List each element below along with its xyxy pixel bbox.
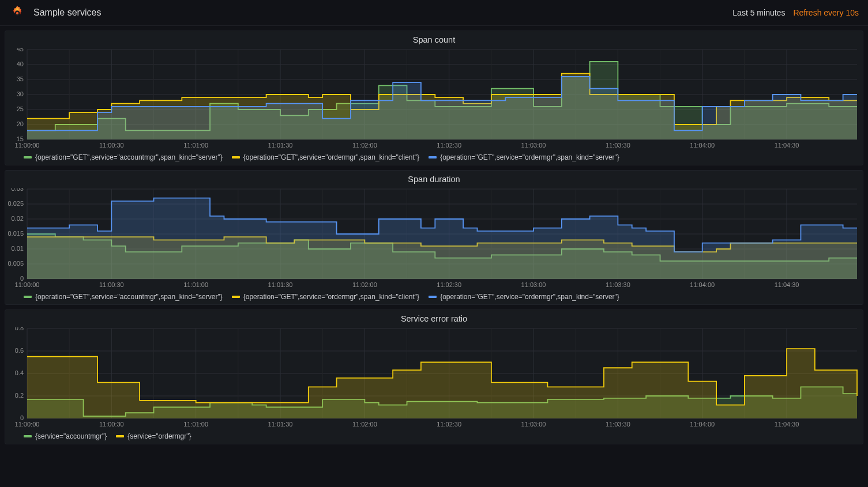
y-tick-label: 0.02 bbox=[12, 215, 24, 222]
refresh-interval-picker[interactable]: Refresh every 10s bbox=[793, 8, 859, 17]
x-tick-label: 11:04:30 bbox=[775, 281, 799, 288]
x-tick-label: 11:03:00 bbox=[521, 142, 546, 149]
panel-span-count: Span count1520253035404511:00:0011:00:30… bbox=[5, 31, 863, 165]
legend-swatch-icon bbox=[429, 156, 437, 158]
x-tick-label: 11:03:30 bbox=[606, 281, 630, 288]
legend-item[interactable]: {operation="GET",service="ordermgr",span… bbox=[232, 153, 419, 161]
x-tick-label: 11:04:00 bbox=[690, 421, 715, 428]
y-tick-label: 0.01 bbox=[12, 245, 24, 252]
x-tick-label: 11:04:00 bbox=[690, 142, 715, 149]
svg-point-1 bbox=[16, 12, 18, 14]
y-tick-label: 0.03 bbox=[12, 188, 24, 192]
x-tick-label: 11:01:00 bbox=[183, 421, 208, 428]
panel-title[interactable]: Span count bbox=[5, 31, 863, 48]
legend-swatch-icon bbox=[116, 435, 124, 437]
x-tick-label: 11:01:00 bbox=[183, 281, 208, 288]
y-tick-label: 0.025 bbox=[7, 200, 24, 207]
legend-item[interactable]: {operation="GET",service="ordermgr",span… bbox=[429, 153, 619, 161]
y-tick-label: 35 bbox=[17, 75, 24, 82]
x-tick-label: 11:01:30 bbox=[268, 421, 293, 428]
x-tick-label: 11:03:30 bbox=[606, 142, 630, 149]
y-tick-label: 30 bbox=[17, 90, 24, 97]
legend-item[interactable]: {service="ordermgr"} bbox=[116, 432, 191, 440]
chart-plot[interactable]: 00.0050.010.0150.020.0250.0311:00:0011:0… bbox=[5, 188, 863, 290]
x-tick-label: 11:00:00 bbox=[15, 142, 40, 149]
y-tick-label: 45 bbox=[17, 48, 24, 52]
chart-legend: {service="accountmgr"}{service="ordermgr… bbox=[5, 430, 863, 444]
x-tick-label: 11:03:00 bbox=[521, 281, 546, 288]
x-tick-label: 11:03:30 bbox=[606, 421, 630, 428]
legend-item[interactable]: {service="accountmgr"} bbox=[24, 432, 107, 440]
x-tick-label: 11:04:00 bbox=[690, 281, 715, 288]
legend-label: {operation="GET",service="ordermgr",span… bbox=[440, 153, 619, 161]
y-tick-label: 25 bbox=[17, 105, 24, 112]
x-tick-label: 11:00:30 bbox=[99, 281, 124, 288]
chart-plot[interactable]: 1520253035404511:00:0011:00:3011:01:0011… bbox=[5, 48, 863, 151]
panel-title[interactable]: Service error ratio bbox=[5, 310, 863, 327]
x-tick-label: 11:00:30 bbox=[99, 142, 124, 149]
x-tick-label: 11:02:30 bbox=[437, 421, 461, 428]
legend-label: {service="accountmgr"} bbox=[35, 432, 107, 440]
y-tick-label: 0.2 bbox=[15, 392, 24, 399]
dashboard-grid: Span count1520253035404511:00:0011:00:30… bbox=[0, 26, 868, 449]
y-tick-label: 0.005 bbox=[7, 260, 24, 267]
x-tick-label: 11:02:30 bbox=[437, 142, 461, 149]
x-tick-label: 11:02:00 bbox=[352, 281, 377, 288]
chart-legend: {operation="GET",service="accountmgr",sp… bbox=[5, 151, 863, 165]
panel-error-ratio: Service error ratio00.20.40.60.811:00:00… bbox=[5, 309, 863, 444]
legend-item[interactable]: {operation="GET",service="accountmgr",sp… bbox=[24, 153, 223, 161]
x-tick-label: 11:00:00 bbox=[15, 421, 40, 428]
legend-item[interactable]: {operation="GET",service="ordermgr",span… bbox=[232, 293, 419, 301]
legend-swatch-icon bbox=[24, 156, 32, 158]
legend-swatch-icon bbox=[232, 156, 240, 158]
y-tick-label: 0.6 bbox=[15, 347, 24, 354]
legend-swatch-icon bbox=[232, 296, 240, 298]
panel-title[interactable]: Span duration bbox=[5, 171, 863, 188]
x-tick-label: 11:02:00 bbox=[352, 421, 377, 428]
legend-item[interactable]: {operation="GET",service="accountmgr",sp… bbox=[24, 293, 223, 301]
panel-span-duration: Span duration00.0050.010.0150.020.0250.0… bbox=[5, 170, 863, 305]
legend-label: {operation="GET",service="ordermgr",span… bbox=[243, 153, 419, 161]
x-tick-label: 11:04:30 bbox=[775, 142, 799, 149]
y-tick-label: 20 bbox=[17, 120, 24, 127]
chart-legend: {operation="GET",service="accountmgr",sp… bbox=[5, 290, 863, 304]
x-tick-label: 11:01:00 bbox=[183, 142, 208, 149]
grafana-logo-icon[interactable] bbox=[9, 5, 25, 21]
legend-swatch-icon bbox=[429, 296, 437, 298]
legend-label: {operation="GET",service="accountmgr",sp… bbox=[35, 153, 223, 161]
x-tick-label: 11:01:30 bbox=[268, 281, 293, 288]
chart-plot[interactable]: 00.20.40.60.811:00:0011:00:3011:01:0011:… bbox=[5, 327, 863, 430]
x-tick-label: 11:02:30 bbox=[437, 281, 461, 288]
x-tick-label: 11:01:30 bbox=[268, 142, 293, 149]
series-area bbox=[27, 198, 857, 279]
legend-label: {operation="GET",service="ordermgr",span… bbox=[440, 293, 619, 301]
topbar: Sample services Last 5 minutes Refresh e… bbox=[0, 0, 868, 26]
legend-swatch-icon bbox=[24, 296, 32, 298]
legend-swatch-icon bbox=[24, 435, 32, 437]
x-tick-label: 11:00:30 bbox=[99, 421, 124, 428]
legend-label: {operation="GET",service="accountmgr",sp… bbox=[35, 293, 223, 301]
x-tick-label: 11:00:00 bbox=[15, 281, 40, 288]
legend-label: {operation="GET",service="ordermgr",span… bbox=[243, 293, 419, 301]
x-tick-label: 11:04:30 bbox=[775, 421, 799, 428]
x-tick-label: 11:03:00 bbox=[521, 421, 546, 428]
time-range-picker[interactable]: Last 5 minutes bbox=[732, 8, 785, 17]
series-area bbox=[27, 77, 857, 139]
y-tick-label: 0.4 bbox=[15, 369, 24, 376]
legend-item[interactable]: {operation="GET",service="ordermgr",span… bbox=[429, 293, 619, 301]
y-tick-label: 40 bbox=[17, 61, 24, 67]
x-tick-label: 11:02:00 bbox=[352, 142, 377, 149]
y-tick-label: 0.8 bbox=[15, 327, 24, 331]
dashboard-title[interactable]: Sample services bbox=[33, 7, 101, 18]
series-area bbox=[27, 349, 857, 418]
y-tick-label: 0.015 bbox=[7, 230, 24, 237]
legend-label: {service="ordermgr"} bbox=[127, 432, 191, 440]
